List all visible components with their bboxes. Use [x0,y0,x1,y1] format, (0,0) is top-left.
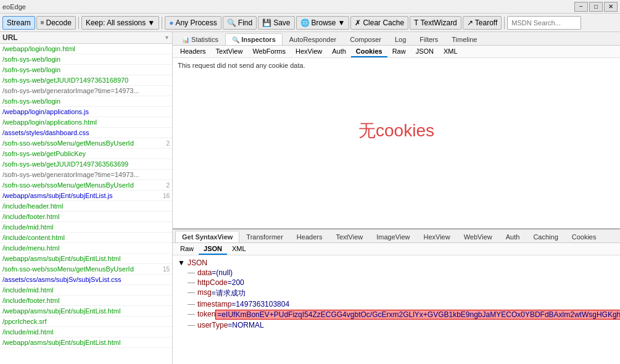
url-list-item[interactable]: /sofn-sys-web/getPublicKey [0,149,172,159]
top-tab-statistics[interactable]: 📊 Statistics [175,33,225,45]
inspector-tab-cookies[interactable]: Cookies [351,46,387,57]
url-list-item[interactable]: /sofn-sys-web/login [0,65,172,75]
url-list-item[interactable]: /assets/css/asms/subjSv/subjSvList.css [0,275,172,285]
json-val: =NORMAL [228,321,263,329]
top-tab-inspectors[interactable]: 🔍 Inspectors [225,33,283,45]
bottom-tab-auth[interactable]: Auth [499,231,527,242]
top-tab-filters[interactable]: Filters [413,33,445,45]
url-list-header: URL ▼ [0,32,172,44]
inspector-tab-auth[interactable]: Auth [327,46,351,57]
main-toolbar: Stream ≡ Decode Keep: All sessions ▼ ● A… [0,14,620,32]
json-content: ▼JSON—data=(null)—httpCode=200—msg=请求成功—… [173,255,620,364]
json-val-highlight: =eIUfKmBonEV+PUdFizqI54ZzECGG4vgbtOc/GcE… [215,310,620,320]
inspector-tab-webforms[interactable]: WebForms [247,46,291,57]
window-controls: − □ ✕ [574,2,618,12]
url-list-item[interactable]: /sofn-sys-web/login [0,96,172,107]
find-icon: 🔍 [227,19,236,27]
bottom-section: Get SyntaxViewTransformerHeadersTextView… [173,228,620,364]
maximize-button[interactable]: □ [589,2,603,12]
url-num: 16 [157,192,170,199]
url-text: /sofn-sys-web/generatorImage?time=14973.… [2,171,139,178]
url-list-item[interactable]: /include/content.html [0,233,172,243]
bottom-tab-get-syntaxview[interactable]: Get SyntaxView [175,231,239,242]
save-button[interactable]: 💾 Save [258,16,294,30]
json-root-row: ▼JSON [178,258,615,268]
url-list-item[interactable]: /sofn-sso-web/ssoMenu/getMenusByUserId2 [0,138,172,149]
inspector-tab-json[interactable]: JSON [411,46,439,57]
url-text: /webapp/login/applications.html [2,118,97,126]
bottom-subtab-json[interactable]: JSON [199,244,227,255]
find-button[interactable]: 🔍 Find [223,16,257,30]
bottom-tab-headers[interactable]: Headers [290,231,329,242]
main-layout: URL ▼ /webapp/login/login.html/sofn-sys-… [0,32,620,364]
top-tab-log[interactable]: Log [388,33,413,45]
url-list-item[interactable]: /include/mid.html [0,222,172,233]
any-process-button[interactable]: ● Any Process [165,16,221,30]
bottom-tab-imageview[interactable]: ImageView [370,231,416,242]
bottom-tab-webview[interactable]: WebView [457,231,499,242]
url-list[interactable]: /webapp/login/login.html/sofn-sys-web/lo… [0,44,172,364]
browse-button[interactable]: 🌐 Browse ▼ [296,16,350,30]
url-list-item[interactable]: /include/header.html [0,201,172,212]
url-list-item[interactable]: /webapp/asms/subjEnt/subjEntList.html [0,306,172,316]
json-toggle[interactable]: ▼ [178,259,185,267]
msdn-search-input[interactable] [507,16,581,30]
textwizard-icon: T [414,19,418,27]
url-text: /assets/css/asms/subjSv/subjSvList.css [2,276,122,283]
url-list-item[interactable]: /webapp/asms/subjEnt/subjEntList.html [0,254,172,264]
url-list-item[interactable]: /sofn-sys-web/login [0,54,172,65]
tearoff-button[interactable]: ↗ Tearoff [463,16,502,30]
url-list-item[interactable]: /include/menu.html [0,243,172,254]
bottom-tab-caching[interactable]: Caching [526,231,564,242]
decode-icon: ≡ [41,19,44,26]
scroll-indicator: ▼ [164,35,170,41]
url-list-item[interactable]: /webapp/asms/subjEnt/subjEntList.js16 [0,191,172,201]
bottom-tab-cookies[interactable]: Cookies [565,231,603,242]
bottom-tab-hexview[interactable]: HexView [416,231,457,242]
inspector-tab-headers[interactable]: Headers [175,46,211,57]
url-list-item[interactable]: /sofn-sys-web/getJUUID?1497363168970 [0,75,172,86]
json-dash: — [188,321,195,329]
url-list-item[interactable]: /sofn-sys-web/generatorImage?time=14973.… [0,170,172,180]
decode-button[interactable]: ≡ Decode [36,16,76,30]
close-button[interactable]: ✕ [604,2,618,12]
toolbar-sep-2 [162,17,162,29]
inspector-tab-xml[interactable]: XML [439,46,463,57]
url-list-item[interactable]: /sofn-sso-web/ssoMenu/getMenusByUserId15 [0,264,172,275]
url-list-item[interactable]: /webapp/asms/subjEnt/subjEntList.html [0,337,172,348]
url-list-item[interactable]: /ppcrIcheck.srf [0,316,172,327]
top-tab-timeline[interactable]: Timeline [445,33,484,45]
bottom-subtab-raw[interactable]: Raw [175,244,199,255]
stream-button[interactable]: Stream [2,16,35,30]
bottom-tab-textview[interactable]: TextView [329,231,370,242]
bottom-tab-transformer[interactable]: Transformer [239,231,290,242]
url-list-item[interactable]: /webapp/login/login.html [0,44,172,54]
url-list-item[interactable]: /include/mid.html [0,327,172,337]
url-text: /webapp/asms/subjEnt/subjEntList.js [2,192,113,199]
upper-content-inner: This request did not send any cookie dat… [173,58,620,159]
minimize-button[interactable]: − [574,2,588,12]
url-list-item[interactable]: /webapp/login/applications.html [0,117,172,128]
url-list-item[interactable]: /sofn-sys-web/getJUUID?1497363563699 [0,159,172,170]
json-key: timestamp [197,300,231,308]
url-list-item[interactable]: /sofn-sys-web/generatorImage?time=14973.… [0,86,172,96]
bottom-subtab-xml[interactable]: XML [227,244,251,255]
top-tab-autoresponder[interactable]: AutoResponder [283,33,343,45]
url-list-item[interactable]: /webapp/login/applications.js [0,107,172,117]
no-cookie-message: This request did not send any cookie dat… [178,62,615,69]
url-list-item[interactable]: /assets/styles/dashboard.css [0,128,172,138]
textwizard-button[interactable]: T TextWizard [410,16,461,30]
url-text: /sofn-sys-web/getJUUID?1497363168970 [2,77,128,84]
keep-sessions-button[interactable]: Keep: All sessions ▼ [81,16,159,30]
any-process-icon: ● [169,19,173,27]
top-tab-bar: 📊 Statistics🔍 InspectorsAutoResponderCom… [173,32,620,46]
inspector-tab-raw[interactable]: Raw [387,46,411,57]
inspector-tab-textview[interactable]: TextView [211,46,248,57]
url-list-item[interactable]: /include/footer.html [0,296,172,306]
top-tab-composer[interactable]: Composer [343,33,388,45]
inspector-tab-hexview[interactable]: HexView [291,46,327,57]
clearcache-button[interactable]: ✗ Clear Cache [350,16,408,30]
url-list-item[interactable]: /sofn-sso-web/ssoMenu/getMenusByUserId2 [0,180,172,191]
url-list-item[interactable]: /include/footer.html [0,212,172,222]
url-list-item[interactable]: /include/mid.html [0,285,172,296]
